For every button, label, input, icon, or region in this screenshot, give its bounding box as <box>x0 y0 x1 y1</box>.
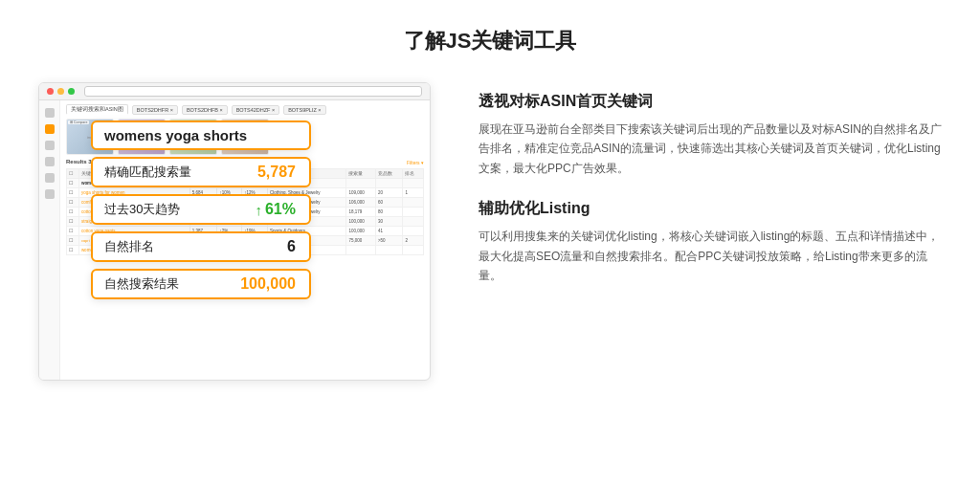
th-check: ☐ <box>67 169 79 179</box>
feature-title-1: 透视对标ASIN首页关键词 <box>479 92 942 112</box>
overlay-organic-value: 100,000 <box>240 275 296 293</box>
trend-pct: 61% <box>265 201 296 218</box>
tab-mini-3[interactable]: BOTS42DHZF × <box>232 105 280 115</box>
tab-mini-1[interactable]: BOTS2DHFR × <box>132 105 178 115</box>
sidebar-icon-1 <box>45 108 55 118</box>
overlay-box-title: womens yoga shorts <box>91 120 311 150</box>
tab-mini-2[interactable]: BOTS2DHFB × <box>182 105 228 115</box>
compare-badge-1: ⊞ Compare <box>68 120 89 124</box>
content-row: womens yoga shorts 精确匹配搜索量 5,787 过去30天趋势… <box>38 82 942 381</box>
feature-desc-1: 展现在亚马逊前台全部类目下搜索该关键词后出现的产品数量以及对标ASIN的自然排名… <box>479 120 942 178</box>
overlay-organic-label: 自然搜索结果 <box>104 275 179 293</box>
feature-desc-2: 可以利用搜集来的关键词优化listing，将核心关键词嵌入listing的标题、… <box>479 227 942 285</box>
filters-btn[interactable]: Filters ▾ <box>407 160 424 165</box>
right-panel: 透视对标ASIN首页关键词 展现在亚马逊前台全部类目下搜索该关键词后出现的产品数… <box>479 82 942 285</box>
browser-dot-yellow <box>57 88 64 95</box>
sidebar-icon-2 <box>45 124 55 134</box>
sidebar-icon-5 <box>45 173 55 183</box>
overlay-box-trend: 过去30天趋势 ↑ 61% <box>91 194 311 225</box>
browser-dot-red <box>47 88 54 95</box>
th-sv: 搜索量 <box>346 169 375 179</box>
overlay-sv-value: 5,787 <box>257 164 296 181</box>
overlay-box-search-volume: 精确匹配搜索量 5,787 <box>91 157 311 187</box>
sidebar-icon-6 <box>45 189 55 199</box>
feature-section-1: 透视对标ASIN首页关键词 展现在亚马逊前台全部类目下搜索该关键词后出现的产品数… <box>479 92 942 178</box>
overlay-boxes: womens yoga shorts 精确匹配搜索量 5,787 过去30天趋势… <box>91 120 311 299</box>
sidebar-icon-4 <box>45 157 55 166</box>
overlay-rank-value: 6 <box>287 238 296 255</box>
overlay-rank-label: 自然排名 <box>104 238 154 255</box>
browser-address <box>84 86 422 97</box>
left-panel: womens yoga shorts 精确匹配搜索量 5,787 过去30天趋势… <box>38 82 450 381</box>
overlay-box-organic: 自然搜索结果 100,000 <box>91 269 311 299</box>
tab-mini-kw[interactable]: 关键词搜索和ASIN图 <box>66 104 128 115</box>
sidebar-icon-3 <box>45 141 55 150</box>
browser-dot-green <box>68 88 75 95</box>
feature-section-2: 辅助优化Listing 可以利用搜集来的关键词优化listing，将核心关键词嵌… <box>479 199 942 285</box>
tab-mini-4[interactable]: BOTS9PLIZ × <box>283 105 325 115</box>
overlay-trend-label: 过去30天趋势 <box>104 201 180 218</box>
overlay-title-label: womens yoga shorts <box>104 127 247 143</box>
page-title: 了解JS关键词工具 <box>38 27 942 55</box>
sidebar-mini <box>39 100 60 380</box>
page-wrapper: 了解JS关键词工具 womens yoga shorts 精确匹配搜索量 5,7… <box>0 0 980 482</box>
th-c3: 竞品数 <box>375 169 403 179</box>
browser-header <box>39 83 430 100</box>
overlay-sv-label: 精确匹配搜索量 <box>104 164 191 181</box>
feature-title-2: 辅助优化Listing <box>479 199 942 219</box>
tab-bar-mini: 关键词搜索和ASIN图 BOTS2DHFR × BOTS2DHFB × BOTS… <box>66 104 424 115</box>
th-rank: 排名 <box>403 169 424 179</box>
overlay-box-rank: 自然排名 6 <box>91 231 311 262</box>
up-arrow-icon: ↑ <box>255 202 262 218</box>
overlay-trend-value: ↑ 61% <box>255 201 296 218</box>
